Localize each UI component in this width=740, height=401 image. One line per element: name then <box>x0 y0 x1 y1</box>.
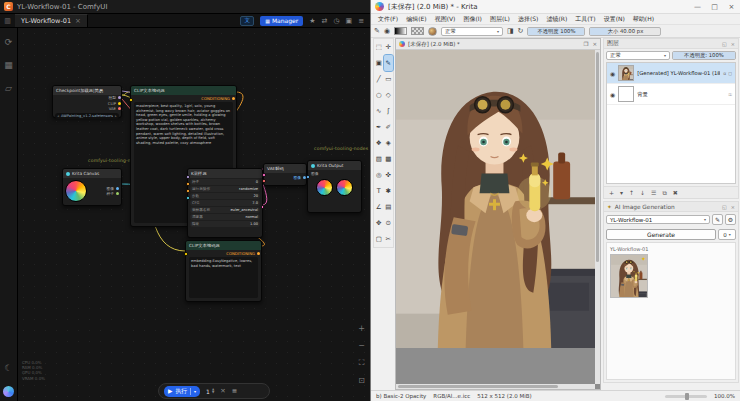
gradient-swatch[interactable] <box>394 27 407 35</box>
layer-lock-icon[interactable]: ⚿ <box>729 92 732 97</box>
model-input-port[interactable] <box>186 175 190 179</box>
zoom-in-icon[interactable]: + <box>358 324 365 333</box>
clear-queue-icon[interactable]: ✕ <box>220 387 225 395</box>
alpha-inherit-icon[interactable]: α <box>723 71 726 76</box>
subwindow-titlebar[interactable]: [未保存] (2.0 MiB) * ❐ × <box>396 39 600 50</box>
zoom-tool[interactable]: ⊙ <box>384 215 394 231</box>
menu-item[interactable]: 设置(N) <box>600 15 629 24</box>
multibrush-tool[interactable]: ❖ <box>374 135 384 151</box>
float-docker-icon[interactable]: ◱ <box>722 41 727 47</box>
workflow-select[interactable]: YL-Workflow-01 ▾ <box>606 215 710 224</box>
fit-view-icon[interactable]: ⛶ <box>359 358 365 368</box>
queue-count-box[interactable]: 0 ▾ <box>718 229 736 240</box>
translate-icon[interactable]: 文 <box>240 16 254 26</box>
move-tool[interactable]: ✛ <box>384 39 394 55</box>
assistants-tool[interactable]: ✱ <box>384 183 394 199</box>
ckpt-name-widget[interactable]: ◂ AWPainting_v1.2.safetensors ▸ <box>55 113 119 119</box>
generate-button[interactable]: Generate <box>606 229 716 240</box>
ellipse-tool[interactable]: ○ <box>374 87 384 103</box>
zoom-out-icon[interactable]: − <box>358 341 365 350</box>
ksampler-node[interactable]: K采样器 种子 0 运行后操作 randomize 步数 20 <box>187 168 263 238</box>
menu-item[interactable]: 工具(T) <box>571 15 599 24</box>
latent-input-port[interactable] <box>262 173 266 177</box>
measure-tool[interactable]: ∠ <box>374 199 384 215</box>
calligraphy-tool[interactable]: ✒ <box>374 119 384 135</box>
ksampler-widget-row[interactable]: CFG 7.0 <box>190 200 260 206</box>
select-mode-icon[interactable]: ⊡ <box>358 376 365 385</box>
add-layer-button[interactable]: + <box>609 189 614 196</box>
fill-tool[interactable]: ◈ <box>384 135 394 151</box>
menu-icon[interactable]: ≡ <box>358 17 364 25</box>
brush-preset-icon[interactable] <box>428 27 437 36</box>
float-docker-icon[interactable]: ◱ <box>722 204 727 210</box>
close-subwindow-icon[interactable]: × <box>592 41 597 47</box>
transform-tool[interactable]: ⬚ <box>374 39 384 55</box>
eraser-mode-icon[interactable]: ◨ <box>507 27 514 35</box>
models-icon[interactable]: ▱ <box>5 83 12 93</box>
workflow-tab[interactable]: YL-Workflow-01 × <box>15 14 88 27</box>
workflows-icon[interactable]: ⟳ <box>5 37 13 47</box>
brush-preset-label[interactable]: b) Basic-2 Opacity <box>376 393 426 399</box>
close-button[interactable]: × <box>723 0 740 14</box>
checkpoint-loader-node[interactable]: Checkpoint加载器|简易 模型 CLIP VAE ◂ <box>52 85 122 118</box>
menu-item[interactable]: 编辑(E) <box>402 15 430 24</box>
menu-item[interactable]: 图层(L) <box>486 15 514 24</box>
reference-images-tool[interactable]: ▤ <box>384 199 394 215</box>
sidebar-toggle-icon[interactable]: ▥ <box>0 17 15 25</box>
layer-properties-button[interactable]: ☰ <box>651 189 656 196</box>
close-docker-icon[interactable]: × <box>731 41 735 47</box>
move-layer-down-button[interactable]: ↓ <box>640 189 645 196</box>
edit-workflow-icon[interactable]: ✎ <box>712 214 723 225</box>
bezier-curve-tool[interactable]: ʃ <box>384 103 394 119</box>
port-dot[interactable] <box>232 97 235 100</box>
image-input-port[interactable] <box>306 175 310 179</box>
color-profile-label[interactable]: RGB/Al...e.icc <box>433 393 470 399</box>
ksampler-widget-row[interactable]: 步数 20 <box>190 193 260 199</box>
zoom-slider[interactable] <box>665 395 707 398</box>
krita-output-node[interactable]: Krita Output 图像 <box>307 160 362 213</box>
run-button[interactable]: ▶ 执行 ▾ <box>164 386 200 397</box>
ksampler-widget-row[interactable]: 调度器 normal <box>190 214 260 220</box>
compare-icon[interactable]: ⇄ <box>322 17 328 25</box>
freehand-brush-tool[interactable]: ✎ <box>384 55 394 71</box>
menu-item[interactable]: 滤镜(R) <box>542 15 571 24</box>
layer-blend-mode-select[interactable]: 正常 ▾ <box>606 51 670 60</box>
restore-subwindow-icon[interactable]: ❐ <box>583 41 588 47</box>
visibility-eye-icon[interactable]: ◉ <box>610 91 615 98</box>
vertical-scrollbar[interactable] <box>595 50 600 384</box>
gallery-icon[interactable]: ▦ <box>4 60 13 70</box>
edit-brush-settings-icon[interactable]: ✎ <box>374 27 380 35</box>
text-tool[interactable]: T <box>374 183 384 199</box>
move-layer-up-button[interactable]: ↑ <box>629 189 634 196</box>
vae-decode-node[interactable]: VAE解码 图像 <box>263 163 307 186</box>
polygon-tool[interactable]: ◇ <box>384 87 394 103</box>
document-canvas[interactable] <box>396 50 595 348</box>
reload-preset-icon[interactable]: ↻ <box>518 27 524 35</box>
run-options-caret-icon[interactable]: ▾ <box>194 389 196 394</box>
vae-input-port[interactable] <box>262 179 266 183</box>
clip-text-encode-negative-node[interactable]: CLIP文本编码器 CONDITIONING embedding:EasyNeg… <box>185 240 262 302</box>
pan-tool[interactable]: ✥ <box>374 215 384 231</box>
latent-input-port[interactable] <box>186 196 190 200</box>
latent-output-port[interactable] <box>261 205 265 209</box>
delete-layer-button[interactable]: ✖ <box>673 189 678 196</box>
batch-count-stepper[interactable]: 1 ▲▼ <box>206 388 214 395</box>
star-icon[interactable]: ★ <box>309 17 315 25</box>
clip-input-port[interactable] <box>129 98 133 102</box>
zoom-percentage[interactable]: 100.0% <box>714 393 735 399</box>
horizontal-scrollbar[interactable] <box>396 384 595 389</box>
theme-icon[interactable]: ☾ <box>4 363 12 373</box>
menu-item[interactable]: 选择(S) <box>514 15 543 24</box>
layer-row-generated[interactable]: ◉ [Generated] YL-Workflow-01 (18635 α ◻ <box>607 63 735 84</box>
smart-patch-tool[interactable]: ✜ <box>384 167 394 183</box>
ai-docker-header[interactable]: ✦ AI Image Generation ◱× <box>604 202 738 212</box>
output-port[interactable]: VAE <box>53 106 121 112</box>
krita-canvas-node[interactable]: Krita Canvas 图像 种子 <box>62 168 122 206</box>
alpha-lock-icon[interactable]: ◻ <box>728 71 732 76</box>
ksampler-widget-row[interactable]: 种子 0 <box>190 179 260 185</box>
brush-size-slider[interactable]: 大小 40.00 px <box>589 27 661 36</box>
maximize-button[interactable]: □ <box>706 0 723 14</box>
choose-brush-preset-icon[interactable]: ◉ <box>384 27 390 35</box>
comfyui-badge-icon[interactable] <box>3 386 14 397</box>
history-thumbnail[interactable]: ✦ <box>610 254 648 298</box>
